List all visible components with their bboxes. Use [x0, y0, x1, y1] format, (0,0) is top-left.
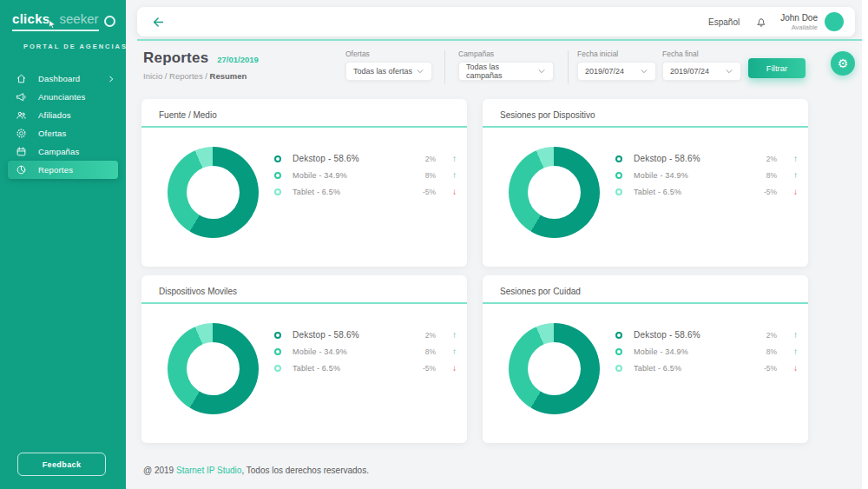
feedback-button[interactable]: Feedback [17, 453, 106, 476]
sidebar-item-label: Anunciantes [38, 92, 86, 102]
back-arrow-icon[interactable] [151, 15, 166, 30]
breadcrumb-inicio[interactable]: Inicio [143, 71, 162, 81]
trend-arrow-icon: ↓ [436, 363, 457, 373]
user-menu[interactable]: John Doe Available [780, 13, 818, 31]
legend-label: Mobile - 34.9% [293, 171, 347, 180]
sidebar: clicksseeker PORTAL DE AGENCIAS Dashboar… [0, 0, 126, 489]
campanas-label: Campañas [458, 50, 554, 58]
trend-arrow-icon: ↓ [777, 363, 798, 373]
fecha-final-label: Fecha final [662, 50, 741, 58]
card-title: Sesiones por Dispositivo [483, 99, 808, 126]
sidebar-item-ofertas[interactable]: Ofertas [0, 124, 126, 142]
report-card: Sesiones por Cuidad Dekstop - 58.6% 2% ↑… [483, 275, 808, 443]
fecha-inicial-value: 2019/07/24 [585, 67, 624, 76]
breadcrumb-reportes[interactable]: Reportes [162, 71, 202, 81]
filter-divider [568, 50, 569, 83]
topbar: Español John Doe Available [137, 7, 855, 36]
legend-row: Dekstop - 58.6% 2% ↑ [615, 330, 798, 340]
legend-row: Tablet - 6.5% -5% ↓ [274, 363, 457, 373]
legend-marker-icon [615, 348, 622, 355]
filter-divider [444, 50, 445, 83]
trend-arrow-icon: ↑ [777, 347, 798, 356]
user-name: John Doe [780, 13, 818, 23]
footer-link[interactable]: Starnet IP Studio [176, 466, 241, 475]
legend-row: Mobile - 34.9% 8% ↑ [274, 347, 457, 356]
legend-label: Tablet - 6.5% [293, 364, 340, 373]
campanas-select[interactable]: Todas las campañas [458, 62, 554, 81]
fecha-final-select[interactable]: 2019/07/24 [662, 62, 741, 81]
legend-row: Mobile - 34.9% 8% ↑ [615, 170, 798, 180]
sidebar-item-afiliados[interactable]: Afiliados [0, 106, 126, 124]
bell-icon[interactable] [755, 15, 767, 29]
legend-change-value: -5% [423, 364, 436, 373]
legend-marker-icon [274, 332, 281, 339]
page-title: Reportes [143, 50, 208, 67]
user-status: Available [780, 23, 818, 31]
sidebar-item-campanas[interactable]: Campañas [0, 142, 126, 161]
ofertas-label: Ofertas [345, 50, 432, 58]
donut-chart [509, 323, 600, 414]
card-title: Fuente / Medio [141, 99, 467, 126]
legend-change-value: 2% [425, 331, 436, 340]
chevron-right-icon [107, 75, 115, 83]
card-title: Sesiones por Cuidad [483, 275, 808, 302]
brand-tagline: PORTAL DE AGENCIAS [0, 31, 126, 50]
donut-chart [509, 147, 600, 238]
cards-grid: Fuente / Medio Dekstop - 58.6% 2% ↑ Mobi… [141, 99, 808, 443]
logo-secondary-text: seeker [60, 11, 99, 26]
trend-arrow-icon: ↑ [777, 170, 798, 180]
legend-marker-icon [615, 155, 622, 162]
legend-change-value: 2% [766, 331, 777, 340]
sidebar-item-reportes[interactable]: Reportes [8, 161, 118, 179]
language-selector[interactable]: Español [708, 17, 740, 27]
legend-label: Dekstop - 58.6% [634, 330, 700, 340]
sidebar-item-anunciantes[interactable]: Anunciantes [0, 88, 126, 106]
scrollbar-gutter [862, 0, 868, 489]
filter-fecha-inicial: Fecha inicial 2019/07/24 [577, 50, 656, 81]
settings-button[interactable]: ⚙ [831, 51, 855, 76]
fecha-inicial-select[interactable]: 2019/07/24 [577, 62, 656, 81]
legend-marker-icon [274, 172, 281, 179]
filter-campanas: Campañas Todas las campañas [458, 50, 554, 81]
trend-arrow-icon: ↑ [436, 170, 457, 180]
legend-change-value: 2% [766, 155, 777, 163]
legend-label: Dekstop - 58.6% [293, 330, 359, 340]
legend-label: Mobile - 34.9% [293, 347, 347, 356]
avatar[interactable] [825, 12, 844, 31]
chart-legend: Dekstop - 58.6% 2% ↑ Mobile - 34.9% 8% ↑… [615, 154, 798, 238]
campanas-value: Todas las campañas [466, 63, 537, 80]
filtrar-button[interactable]: Filtrar [748, 58, 806, 78]
logo-wordmark: clicksseeker [12, 11, 99, 31]
legend-change-value: 8% [766, 171, 777, 180]
legend-marker-icon [615, 188, 622, 195]
logo: clicksseeker [0, 0, 126, 31]
card-body: Dekstop - 58.6% 2% ↑ Mobile - 34.9% 8% ↑… [483, 128, 808, 238]
legend-label: Tablet - 6.5% [634, 188, 681, 196]
ofertas-select[interactable]: Todas las ofertas [345, 62, 432, 81]
chart-legend: Dekstop - 58.6% 2% ↑ Mobile - 34.9% 8% ↑… [615, 330, 798, 414]
legend-label: Dekstop - 58.6% [293, 154, 359, 163]
users-icon [16, 109, 27, 121]
page-date: 27/01/2019 [217, 55, 259, 64]
legend-change-value: -5% [764, 364, 777, 373]
card-title: Dispositivos Moviles [141, 275, 467, 302]
chevron-down-icon [537, 67, 546, 76]
sidebar-toggle-icon[interactable] [104, 16, 115, 27]
chevron-down-icon [725, 67, 733, 76]
report-card: Fuente / Medio Dekstop - 58.6% 2% ↑ Mobi… [141, 99, 467, 267]
sidebar-item-label: Afiliados [38, 110, 71, 120]
sidebar-item-label: Ofertas [38, 129, 67, 138]
gear-icon: ⚙ [838, 57, 849, 69]
sidebar-item-label: Reportes [38, 165, 73, 175]
legend-change-value: -5% [764, 188, 777, 196]
trend-arrow-icon: ↓ [436, 187, 457, 196]
legend-row: Mobile - 34.9% 8% ↑ [615, 347, 798, 356]
legend-marker-icon [274, 155, 281, 162]
legend-marker-icon [615, 365, 622, 372]
topbar-right: Español John Doe Available [708, 12, 844, 31]
megaphone-icon [16, 91, 27, 102]
report-card: Dispositivos Moviles Dekstop - 58.6% 2% … [141, 275, 467, 443]
trend-arrow-icon: ↑ [436, 154, 457, 163]
breadcrumb-resumen: Resumen [203, 71, 247, 81]
sidebar-item-dashboard[interactable]: Dashboard [0, 69, 126, 88]
